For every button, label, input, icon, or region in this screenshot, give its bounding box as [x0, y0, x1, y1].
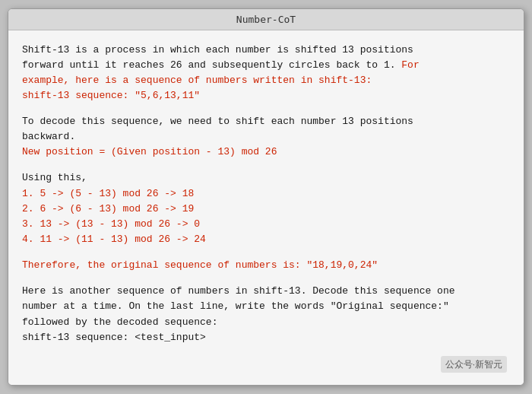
paragraph-4: Therefore, the original sequence of numb…: [22, 258, 510, 273]
para2-text-black2: backward.: [22, 131, 75, 142]
para2-text-red: New position = (Given position - 13) mod…: [22, 146, 277, 157]
window-title: Number-CoT: [236, 14, 296, 25]
title-bar: Number-CoT: [8, 9, 524, 30]
para5-black4: shift-13 sequence: <test_input>: [22, 332, 206, 343]
para5-black2: number at a time. On the last line, writ…: [22, 300, 449, 312]
para5-black3: followed by the decoded sequence:: [22, 316, 217, 328]
para3-red3: 3. 13 -> (13 - 13) mod 26 -> 0: [22, 218, 200, 230]
para3-text-black: Using this,: [22, 172, 87, 183]
para3-red4: 4. 11 -> (11 - 13) mod 26 -> 24: [22, 234, 206, 245]
para1-text-red3: shift-13 sequence: "5,6,13,11": [22, 90, 200, 101]
paragraph-1: Shift-13 is a process in which each numb…: [22, 43, 510, 104]
para3-red1: 1. 5 -> (5 - 13) mod 26 -> 18: [22, 188, 194, 199]
paragraph-5: Here is another sequence of numbers in s…: [22, 284, 510, 345]
para1-text-black2: forward until it reaches 26 and subseque…: [22, 59, 395, 71]
para1-text-black: Shift-13 is a process in which each numb…: [22, 44, 413, 56]
para1-text-red1: For: [401, 59, 419, 71]
para3-red2: 2. 6 -> (6 - 13) mod 26 -> 19: [22, 203, 194, 214]
watermark-text: 公众号·新智元: [441, 356, 507, 373]
watermark-row: 公众号·新智元: [22, 356, 510, 373]
para5-black1: Here is another sequence of numbers in s…: [22, 285, 455, 297]
para1-text-red2: example, here is a sequence of numbers w…: [22, 75, 372, 86]
paragraph-3: Using this, 1. 5 -> (5 - 13) mod 26 -> 1…: [22, 170, 510, 247]
para2-text-black: To decode this sequence, we need to shif…: [22, 116, 413, 127]
main-window: Number-CoT Shift-13 is a process in whic…: [8, 8, 524, 386]
para4-red: Therefore, the original sequence of numb…: [22, 259, 378, 271]
paragraph-2: To decode this sequence, we need to shif…: [22, 114, 510, 160]
content-area: Shift-13 is a process in which each numb…: [8, 30, 524, 386]
